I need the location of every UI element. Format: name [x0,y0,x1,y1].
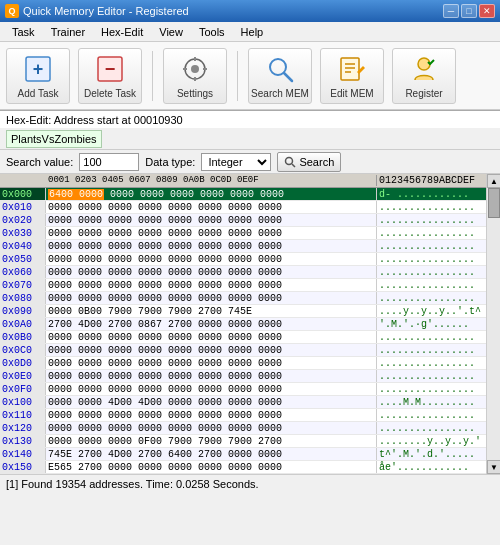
hex-ascii-0x0C0: ................ [376,344,486,356]
register-label: Register [405,88,442,99]
hex-ascii-0x140: t^'.M.'.d.'..... [376,448,486,460]
edit-mem-button[interactable]: Edit MEM [320,48,384,104]
hex-header-bytes: 0001 0203 0405 0607 0809 0A0B 0C0D 0E0F [46,175,376,186]
hex-row-0x030[interactable]: 0x0300000 0000 0000 0000 0000 0000 0000 … [0,227,486,240]
hex-bytes-0x090: 0000 0B00 7900 7900 7900 2700 745E [46,305,376,317]
hex-addr-0x130: 0x130 [0,435,46,447]
hex-row-0x080[interactable]: 0x0800000 0000 0000 0000 0000 0000 0000 … [0,292,486,305]
menu-item-tools[interactable]: Tools [191,25,233,39]
hex-bytes-0x030: 0000 0000 0000 0000 0000 0000 0000 0000 [46,227,376,239]
hex-row-0x0F0[interactable]: 0x0F00000 0000 0000 0000 0000 0000 0000 … [0,383,486,396]
hex-row-0x060[interactable]: 0x0600000 0000 0000 0000 0000 0000 0000 … [0,266,486,279]
scrollbar-down-button[interactable]: ▼ [487,460,500,474]
menu-item-trainer[interactable]: Trainer [43,25,93,39]
hex-addr-0x090: 0x090 [0,305,46,317]
hex-row-0x0E0[interactable]: 0x0E00000 0000 0000 0000 0000 0000 0000 … [0,370,486,383]
hex-row-0x120[interactable]: 0x1200000 0000 0000 0000 0000 0000 0000 … [0,422,486,435]
hex-addr-0x100: 0x100 [0,396,46,408]
hex-addr-0x0D0: 0x0D0 [0,357,46,369]
hex-ascii-0x130: ........y..y..y.' [376,435,486,447]
hex-bytes-0x010: 0000 0000 0000 0000 0000 0000 0000 0000 [46,201,376,213]
hex-bytes-0x000: 6400 0000 0000 0000 0000 0000 0000 0000 [46,188,376,200]
vertical-scrollbar[interactable]: ▲ ▼ [486,174,500,474]
hex-bytes-0x060: 0000 0000 0000 0000 0000 0000 0000 0000 [46,266,376,278]
search-value-input[interactable] [79,153,139,171]
hex-bytes-0x0D0: 0000 0000 0000 0000 0000 0000 0000 0000 [46,357,376,369]
maximize-button[interactable]: □ [461,4,477,18]
title-bar: Q Quick Memory Editor - Registered ─ □ ✕ [0,0,500,22]
hex-row-0x0C0[interactable]: 0x0C00000 0000 0000 0000 0000 0000 0000 … [0,344,486,357]
hex-ascii-0x040: ................ [376,240,486,252]
hex-rows-container: 0x0100000 0000 0000 0000 0000 0000 0000 … [0,201,486,474]
hex-row-0x100[interactable]: 0x1000000 0000 4D00 4D00 0000 0000 0000 … [0,396,486,409]
hex-row-0x050[interactable]: 0x0500000 0000 0000 0000 0000 0000 0000 … [0,253,486,266]
register-button[interactable]: Register [392,48,456,104]
hex-row-0x000[interactable]: 0x000 6400 0000 0000 0000 0000 0000 0000… [0,188,486,201]
search-mem-label: Search MEM [251,88,309,99]
hex-row-0x070[interactable]: 0x0700000 0000 0000 0000 0000 0000 0000 … [0,279,486,292]
hex-ascii-0x010: ................ [376,201,486,213]
hex-row-0x090[interactable]: 0x0900000 0B00 7900 7900 7900 2700 745E.… [0,305,486,318]
datatype-select[interactable]: Integer Float String Byte [201,153,271,171]
svg-point-17 [286,157,293,164]
hex-row-0x130[interactable]: 0x1300000 0000 0000 0F00 7900 7900 7900 … [0,435,486,448]
scrollbar-up-button[interactable]: ▲ [487,174,500,188]
delete-task-button[interactable]: − Delete Task [78,48,142,104]
svg-point-5 [191,65,199,73]
hex-addr-0x0B0: 0x0B0 [0,331,46,343]
menu-item-hexedit[interactable]: Hex-Edit [93,25,151,39]
scrollbar-track[interactable] [487,188,500,460]
menu-item-help[interactable]: Help [233,25,272,39]
status-text: [1] Found 19354 addresses. Time: 0.0258 … [6,478,259,490]
hex-bytes-0x0C0: 0000 0000 0000 0000 0000 0000 0000 0000 [46,344,376,356]
hex-bytes-0x080: 0000 0000 0000 0000 0000 0000 0000 0000 [46,292,376,304]
search-btn-label: Search [299,156,334,168]
hex-addr-0x010: 0x010 [0,201,46,213]
edit-mem-label: Edit MEM [330,88,373,99]
hex-addr-0x150: 0x150 [0,461,46,473]
hex-row-0x010[interactable]: 0x0100000 0000 0000 0000 0000 0000 0000 … [0,201,486,214]
hex-row-0x040[interactable]: 0x0400000 0000 0000 0000 0000 0000 0000 … [0,240,486,253]
add-task-label: Add Task [18,88,59,99]
hex-addr-0x070: 0x070 [0,279,46,291]
hex-ascii-0x110: ................ [376,409,486,421]
hex-row-0x140[interactable]: 0x140745E 2700 4D00 2700 6400 2700 0000 … [0,448,486,461]
hex-row-0x0A0[interactable]: 0x0A02700 4D00 2700 0867 2700 0000 0000 … [0,318,486,331]
menu-item-task[interactable]: Task [4,25,43,39]
hex-grid: 0001 0203 0405 0607 0809 0A0B 0C0D 0E0F … [0,174,486,474]
hex-ascii-0x0A0: '.M.'.·g'...... [376,318,486,330]
hex-ascii-0x080: ................ [376,292,486,304]
hex-row-0x020[interactable]: 0x0200000 0000 0000 0000 0000 0000 0000 … [0,214,486,227]
add-task-button[interactable]: + Add Task [6,48,70,104]
settings-button[interactable]: Settings [163,48,227,104]
hex-row-0x0D0[interactable]: 0x0D00000 0000 0000 0000 0000 0000 0000 … [0,357,486,370]
settings-icon [179,53,211,85]
hex-row-0x150[interactable]: 0x150E565 2700 0000 0000 0000 0000 0000 … [0,461,486,474]
toolbar: + Add Task − Delete Task Settings [0,42,500,110]
svg-text:+: + [33,59,44,79]
settings-label: Settings [177,88,213,99]
hex-grid-container: 0001 0203 0405 0607 0809 0A0B 0C0D 0E0F … [0,174,486,474]
hex-addr-0x110: 0x110 [0,409,46,421]
search-bar: Search value: Data type: Integer Float S… [0,150,500,174]
scrollbar-thumb[interactable] [488,188,500,218]
search-button[interactable]: Search [277,152,341,172]
close-button[interactable]: ✕ [479,4,495,18]
hex-addr-0x0F0: 0x0F0 [0,383,46,395]
menu-item-view[interactable]: View [151,25,191,39]
title-bar-left: Q Quick Memory Editor - Registered [5,4,189,18]
hex-ascii-0x050: ................ [376,253,486,265]
hex-address-text: Hex-Edit: Address start at 00010930 [6,114,183,126]
delete-task-label: Delete Task [84,88,136,99]
search-mem-button[interactable]: Search MEM [248,48,312,104]
hex-ascii-0x070: ................ [376,279,486,291]
status-bar: [1] Found 19354 addresses. Time: 0.0258 … [0,474,500,492]
title-text: Quick Memory Editor - Registered [23,5,189,17]
hex-bytes-0x050: 0000 0000 0000 0000 0000 0000 0000 0000 [46,253,376,265]
hex-row-0x110[interactable]: 0x1100000 0000 0000 0000 0000 0000 0000 … [0,409,486,422]
hex-bytes-0x140: 745E 2700 4D00 2700 6400 2700 0000 0000 [46,448,376,460]
toolbar-separator-2 [237,51,238,101]
hex-ascii-0x000: d- ............ [376,188,486,200]
hex-row-0x0B0[interactable]: 0x0B00000 0000 0000 0000 0000 0000 0000 … [0,331,486,344]
minimize-button[interactable]: ─ [443,4,459,18]
